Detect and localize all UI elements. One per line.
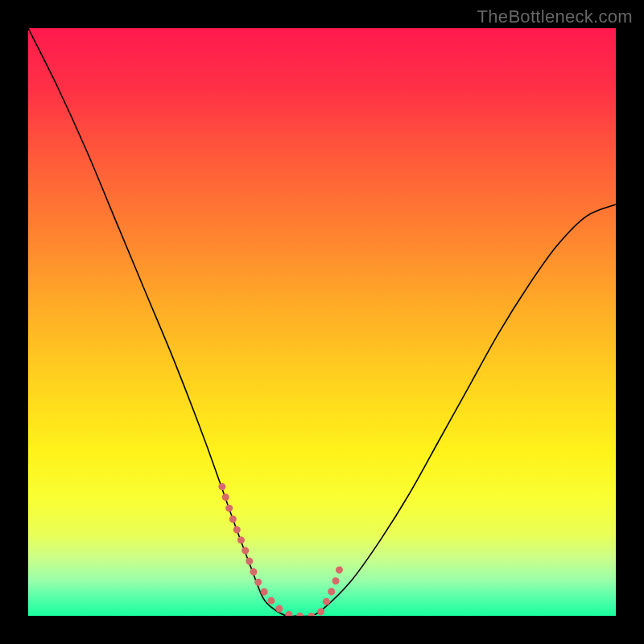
chart-frame: TheBottleneck.com: [0, 0, 644, 644]
gradient-bg: [28, 28, 616, 616]
plot-area: [28, 28, 616, 616]
series-bottleneck-curve: [28, 28, 616, 616]
chart-svg: [28, 28, 616, 616]
series-highlight-segment: [222, 486, 340, 616]
watermark-text: TheBottleneck.com: [477, 6, 633, 27]
